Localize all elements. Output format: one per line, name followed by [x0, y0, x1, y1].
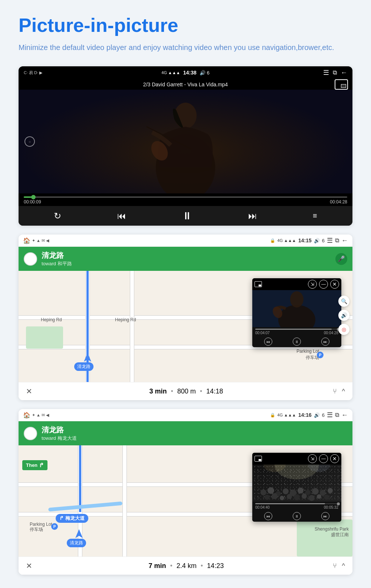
mic-button-1[interactable]: 🎤	[335, 253, 347, 265]
pip-progress-bar-2[interactable]	[255, 503, 338, 504]
pip-icon-2	[255, 456, 262, 462]
pip-minimize-btn-2[interactable]: —	[319, 454, 328, 463]
distance-2: 2.4 km	[177, 562, 197, 569]
menu-2[interactable]: ☰	[327, 411, 333, 419]
chevron-up-2[interactable]: ^	[342, 562, 345, 570]
menu-icon[interactable]: ☰	[323, 69, 329, 77]
close-nav-2[interactable]: ✕	[26, 561, 32, 570]
map-status-bar-2: 🏠 ✦ ▲ ✉ ◀ 🔒 4G ▲▲▲ 14:16 🔊 6 ☰ ⧉ ←	[19, 409, 352, 421]
svg-point-30	[324, 495, 329, 500]
pip-prev-2[interactable]: ⏮	[264, 512, 272, 520]
pip-button[interactable]	[335, 79, 348, 90]
video-title-bar: 2/3 David Garrett - Viva La Vida.mp4	[19, 79, 352, 90]
toward-1: toward 和平路	[42, 260, 331, 267]
pip-close-btn[interactable]: ✕	[330, 280, 339, 289]
pip-playback-2: ⏮ ⏸ ⏭	[252, 511, 341, 522]
park-label-2: Shengshrifu Park 盛世江南	[315, 526, 349, 538]
back-1[interactable]: ←	[341, 237, 348, 245]
pip-progress-2: 00:04:40 00:05:32	[252, 502, 341, 511]
locate-btn-1[interactable]: ◎	[338, 324, 349, 335]
pip-controls-1: ⇲ — ✕	[308, 280, 339, 289]
playlist-button[interactable]: ≡	[313, 212, 317, 220]
next-button[interactable]: ⏭	[248, 211, 257, 221]
duration-2: 7 min	[148, 562, 166, 569]
svg-point-24	[280, 496, 284, 500]
svg-point-15	[283, 488, 289, 494]
home-icon-2: 🏠	[23, 412, 30, 419]
svg-point-21	[328, 488, 333, 493]
pip-video-2	[252, 465, 341, 502]
menu-1[interactable]: ☰	[327, 236, 333, 245]
volume-icon: 🔊	[200, 70, 206, 76]
map-avatar-2	[24, 427, 37, 440]
prev-button[interactable]: ⏮	[117, 211, 126, 221]
pip-resize-btn[interactable]: ⇲	[308, 280, 317, 289]
fork-icon-2[interactable]: ⑂	[333, 562, 337, 570]
signal-1: 4G ▲▲▲	[278, 238, 296, 243]
pip-current-2: 00:04:40	[255, 505, 270, 509]
pip-minimize-btn[interactable]: —	[319, 280, 328, 289]
map-right-controls-1: 🔍 🔊 ◎	[338, 296, 349, 335]
chevron-up-1[interactable]: ^	[342, 388, 345, 395]
audio-btn-1[interactable]: 🔊	[338, 310, 349, 321]
svg-point-19	[312, 488, 319, 495]
svg-point-27	[302, 494, 307, 499]
video-progress-bar[interactable]	[24, 196, 347, 198]
map-screenshot-2: 🏠 ✦ ▲ ✉ ◀ 🔒 4G ▲▲▲ 14:16 🔊 6 ☰ ⧉ ← 清龙路 t…	[19, 409, 352, 575]
heping-left: Heping Rd	[41, 317, 62, 322]
win-1[interactable]: ⧉	[335, 237, 339, 244]
time-display: 14:38	[183, 70, 197, 76]
win-2[interactable]: ⧉	[335, 412, 339, 418]
svg-point-12	[260, 489, 266, 495]
vol-1: 🔊	[314, 238, 320, 243]
svg-point-25	[287, 494, 292, 499]
location-label-2: 清龙路	[67, 539, 86, 547]
page-subtitle: Minimize the default video player and en…	[19, 42, 352, 53]
violin-player-figure	[126, 93, 245, 193]
pip-pause-1[interactable]: ⏸	[293, 338, 301, 346]
pip-pause-2[interactable]: ⏸	[293, 512, 301, 520]
fork-icon-1[interactable]: ⑂	[333, 388, 337, 395]
pip-progress-1: 00:04:07 00:04:28	[252, 327, 341, 336]
pip-fill-1	[255, 329, 332, 330]
pip-close-btn-2[interactable]: ✕	[330, 454, 339, 463]
nav-actions-2: ⑂ ^	[333, 562, 345, 570]
bottom-nav-2: ✕ 7 min • 2.4 km • 14:23 ⑂ ^	[19, 557, 352, 575]
close-nav-1[interactable]: ✕	[26, 387, 32, 396]
signal-icon: 4G ▲▲▲	[161, 70, 180, 75]
pip-next-1[interactable]: ⏭	[321, 338, 329, 346]
pip-controls-2: ⇲ — ✕	[308, 454, 339, 463]
pip-overlay-1[interactable]: ⇲ — ✕	[252, 278, 341, 347]
pip-icon-1	[255, 281, 262, 287]
pip-current-1: 00:04:07	[255, 331, 270, 335]
pip-prev-1[interactable]: ⏮	[264, 338, 272, 346]
current-time: 00:00:09	[24, 199, 41, 205]
map-body-1: Heping Rd Heping Rd Parking Lot 停车场 P 清龙…	[19, 271, 352, 382]
total-time: 00:04:28	[330, 199, 347, 205]
back-2[interactable]: ←	[341, 411, 348, 419]
map-avatar-1	[24, 252, 37, 266]
eta-2: 14:23	[207, 562, 224, 569]
street-name-1: 清龙路	[42, 250, 331, 260]
pause-button[interactable]: ⏸	[182, 210, 192, 222]
then-label: Then ↱	[22, 460, 47, 470]
pip-next-2[interactable]: ⏭	[321, 512, 329, 520]
zoom-btn-1[interactable]: 🔍	[338, 296, 349, 307]
pip-total-2: 00:05:32	[324, 505, 338, 509]
nav-icons: ✦ ▲ ✉ ◀	[32, 238, 49, 243]
repeat-button[interactable]: ↻	[54, 211, 61, 221]
video-status-bar: C· 易 D· ▶ 4G ▲▲▲ 14:38 🔊 6 ☰ ⧉ ←	[19, 66, 352, 79]
parking-label-1: Parking Lot	[296, 349, 319, 354]
pip-resize-btn-2[interactable]: ⇲	[308, 454, 317, 463]
street-name-2: 清龙路	[42, 425, 347, 435]
window-icon[interactable]: ⧉	[333, 69, 337, 76]
bottom-nav-1: ✕ 3 min • 800 m • 14:18 ⑂ ^	[19, 382, 352, 400]
vol-2: 🔊	[314, 412, 320, 418]
duration-1: 3 min	[149, 388, 167, 395]
battery-display: 6	[207, 70, 210, 76]
back-icon[interactable]: ←	[341, 69, 347, 77]
map-status-bar-1: 🏠 ✦ ▲ ✉ ◀ 🔒 4G ▲▲▲ 14:15 🔊 6 ☰ ⧉ ←	[19, 235, 352, 247]
signal-2: 4G ▲▲▲	[278, 413, 296, 417]
pip-progress-bar-1[interactable]	[255, 329, 338, 330]
pip-overlay-2[interactable]: ⇲ — ✕	[252, 453, 341, 522]
